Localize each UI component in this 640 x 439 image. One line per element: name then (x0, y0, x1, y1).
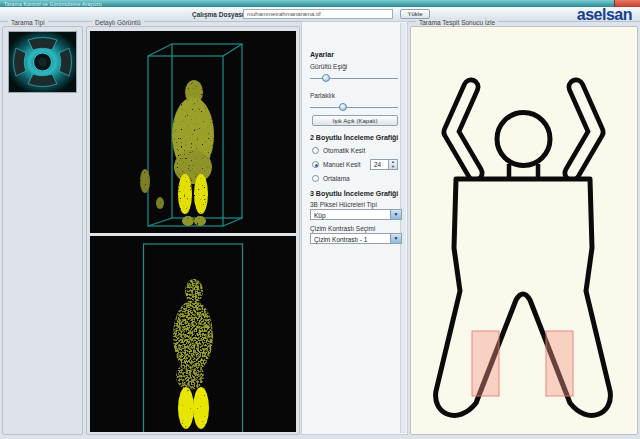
detection-zone-left (472, 331, 499, 396)
scan-type-panel: Tarama Tipi (2, 26, 83, 435)
sparse-body (173, 279, 213, 390)
settings-title: Ayarlar (310, 51, 334, 58)
radio-average[interactable]: Ortalama (312, 174, 350, 183)
viewport-3d-pointcloud[interactable] (90, 31, 296, 233)
slider-thumb[interactable] (339, 103, 347, 111)
noise-threshold-slider[interactable] (310, 74, 398, 83)
chevron-down-icon[interactable]: ▼ (390, 210, 401, 219)
manual-slice-stepper[interactable]: 24 ▲ ▼ (370, 159, 398, 170)
detail-view-panel: Detaylı Görüntü (86, 26, 300, 435)
radio-icon[interactable] (312, 175, 319, 182)
result-title: Tarama Tespit Sonucu İzle (416, 19, 498, 26)
brightness-slider[interactable] (310, 103, 398, 112)
file-label: Çalışma Dosyası (192, 11, 244, 18)
radio-automatic-section[interactable]: Otomatik Kesit (312, 146, 365, 155)
viewport-2d-scan[interactable] (90, 236, 296, 432)
scan-type-title: Tarama Tipi (8, 19, 48, 26)
slider-track (310, 107, 398, 108)
brightness-label: Parlaklık (310, 92, 335, 99)
detection-zones (472, 331, 573, 396)
pointcloud-body (140, 80, 214, 226)
pixel-type-select[interactable]: Küp ▼ (310, 209, 402, 220)
scanner-type-icon[interactable] (8, 31, 77, 93)
detail-view-title: Detaylı Görüntü (92, 19, 144, 26)
noise-threshold-label: Gürültü Eşiği (310, 63, 347, 70)
spinner-down-icon[interactable]: ▼ (389, 165, 397, 170)
pixel-type-label: 3B Piksel Hücreleri Tipi (310, 201, 377, 208)
settings-panel: Ayarlar Gürültü Eşiği Parlaklık Işık Açı… (301, 21, 408, 435)
radio-selected-icon[interactable] (312, 161, 319, 168)
section-3d-title: 3 Boyutlu İnceleme Grafiği (310, 190, 398, 197)
result-panel: Tarama Tespit Sonucu İzle (410, 26, 638, 435)
highlight-legs (178, 387, 209, 429)
aselsan-logo: aselsan (577, 6, 632, 24)
window-titlebar: Tarama Kontrol ve Görüntüleme Arayüzü (0, 0, 640, 7)
detection-zone-right (546, 331, 573, 396)
radio-icon[interactable] (312, 147, 319, 154)
section-2d-title: 2 Boyutlu İnceleme Grafiği (310, 134, 398, 141)
body-outline-figure (411, 28, 637, 435)
load-button[interactable]: Yükle (400, 9, 430, 19)
chevron-down-icon[interactable]: ▼ (390, 234, 401, 243)
radio-manual-section[interactable]: Manuel Kesit (312, 160, 361, 169)
contrast-label: Çizim Kontrastı Seçimi (310, 225, 375, 232)
file-path-input[interactable] (243, 9, 393, 19)
torso-legs-outline (436, 179, 611, 415)
slider-thumb[interactable] (322, 74, 330, 82)
head-circle (497, 113, 550, 166)
light-toggle-button[interactable]: Işık Açık (Kapalı) (312, 115, 398, 126)
settings-scrollbar[interactable] (400, 23, 406, 433)
contrast-select[interactable]: Çizim Kontrastı - 1 ▼ (310, 233, 402, 244)
